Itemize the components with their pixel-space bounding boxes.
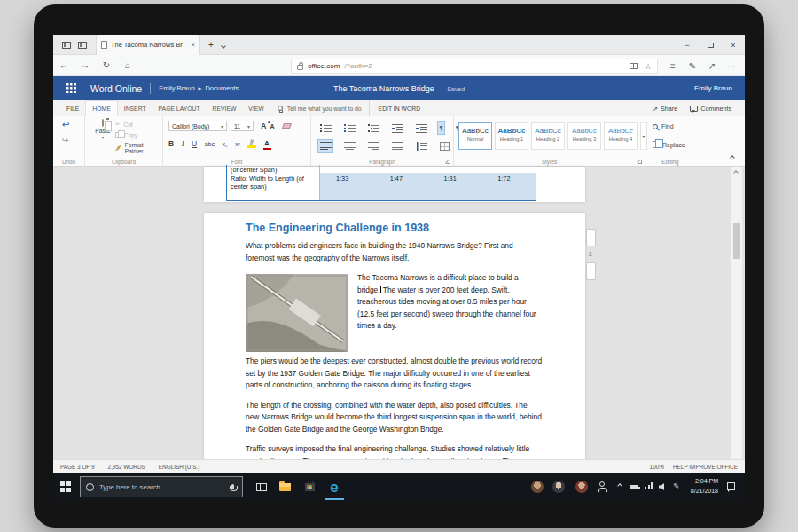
- contact-avatar[interactable]: [552, 481, 565, 493]
- hub-icon[interactable]: ≡: [663, 61, 683, 71]
- store-button[interactable]: [298, 473, 321, 501]
- action-center-icon[interactable]: [727, 482, 735, 490]
- app-launcher-icon[interactable]: [66, 83, 76, 93]
- tab-page-layout[interactable]: PAGE LAYOUT: [153, 100, 207, 116]
- find-button[interactable]: Find: [653, 123, 674, 129]
- clear-formatting-icon[interactable]: [281, 123, 291, 129]
- taskbar-search-box[interactable]: Type here to search: [80, 476, 243, 497]
- cut-button[interactable]: ✂ Cut: [115, 121, 162, 128]
- home-icon[interactable]: ⌂: [117, 60, 138, 70]
- edge-button[interactable]: e: [323, 473, 346, 501]
- replace-button[interactable]: Replace: [653, 141, 685, 148]
- contact-avatar[interactable]: [575, 481, 588, 493]
- style-heading-4[interactable]: AaBbCc Heading 4: [604, 122, 638, 150]
- set-aside-tabs-icon[interactable]: [62, 42, 71, 49]
- section-heading[interactable]: The Engineering Challenge in 1938: [246, 222, 543, 234]
- paragraph-piers[interactable]: The piers would be the deepest ever cons…: [246, 356, 543, 392]
- numbering-button[interactable]: [341, 121, 357, 135]
- url-field[interactable]: office.com /?auth=2 ☆: [291, 59, 658, 74]
- window-minimize-button[interactable]: −: [676, 41, 699, 50]
- font-size-dropdown[interactable]: 11 ▾: [231, 121, 254, 131]
- document-page[interactable]: The Engineering Challenge in 1938 What p…: [204, 213, 585, 459]
- account-name[interactable]: Emily Braun: [694, 84, 732, 92]
- bold-button[interactable]: B: [168, 139, 174, 148]
- undo-icon[interactable]: ↩: [62, 120, 69, 129]
- app-name[interactable]: Word Online: [90, 83, 142, 94]
- reading-view-icon[interactable]: [630, 63, 638, 69]
- paste-dropdown-icon[interactable]: ▾: [101, 135, 104, 140]
- edit-in-word-button[interactable]: EDIT IN WORD: [369, 100, 429, 116]
- scrollbar-thumb[interactable]: [733, 223, 740, 259]
- forward-icon[interactable]: →: [74, 60, 96, 70]
- style-heading-1[interactable]: AaBbCc Heading 1: [495, 122, 528, 150]
- network-icon[interactable]: [645, 482, 653, 489]
- table-cell[interactable]: 1:33: [320, 175, 374, 183]
- contact-avatar[interactable]: [531, 481, 544, 493]
- refresh-icon[interactable]: ↻: [96, 60, 117, 70]
- comments-button[interactable]: Comments: [685, 103, 736, 114]
- file-explorer-button[interactable]: [273, 473, 296, 501]
- table-label-cell[interactable]: (of center Span) Ratio: Width to Length …: [227, 165, 320, 200]
- tray-overflow-chevron-icon[interactable]: [617, 483, 622, 489]
- paragraph-length[interactable]: The length of the crossing, combined wit…: [246, 400, 543, 436]
- collapse-ribbon-icon[interactable]: [731, 154, 734, 160]
- browser-tab[interactable]: The Tacoma Narrows Br ×: [96, 35, 200, 55]
- style-heading-3[interactable]: AaBbCc Heading 3: [567, 122, 601, 150]
- grow-font-button[interactable]: A▴: [261, 121, 267, 130]
- format-painter-button[interactable]: Format Painter: [115, 142, 162, 154]
- margin-comment-marker[interactable]: [586, 229, 596, 246]
- favorite-star-icon[interactable]: ☆: [645, 62, 652, 71]
- superscript-button[interactable]: x²: [235, 141, 240, 147]
- font-name-dropdown[interactable]: Calibri (Body) ▾: [168, 121, 227, 131]
- help-improve-office[interactable]: HELP IMPROVE OFFICE: [673, 464, 738, 470]
- redo-icon[interactable]: ↪: [62, 136, 69, 145]
- tab-preview-icon[interactable]: [78, 42, 87, 49]
- multilevel-list-button[interactable]: [365, 121, 381, 135]
- taskbar-clock[interactable]: 2:04 PM 8/21/2018: [683, 476, 718, 496]
- speaker-icon[interactable]: [659, 483, 666, 490]
- decrease-indent-button[interactable]: [389, 121, 405, 135]
- line-spacing-button[interactable]: [413, 139, 429, 153]
- style-normal[interactable]: AaBbCc Normal: [458, 122, 492, 150]
- margin-comment-marker[interactable]: [586, 262, 596, 280]
- back-icon[interactable]: ←: [53, 60, 74, 70]
- start-button[interactable]: [53, 473, 78, 501]
- document-table[interactable]: (of center Span) Ratio: Width to Length …: [226, 165, 536, 201]
- tab-review[interactable]: REVIEW: [207, 100, 243, 116]
- table-cell[interactable]: 1:47: [374, 175, 428, 183]
- paragraph-dialog-launcher-icon[interactable]: [446, 160, 450, 164]
- ink-notes-icon[interactable]: ✎: [683, 61, 702, 71]
- paste-button[interactable]: Paste ▾: [91, 120, 114, 140]
- strikethrough-button[interactable]: abc: [205, 141, 215, 147]
- language-indicator[interactable]: ENGLISH (U.S.): [159, 464, 200, 470]
- text-highlight-icon[interactable]: [247, 139, 256, 148]
- page-indicator[interactable]: PAGE 3 OF 9: [60, 464, 95, 470]
- share-icon[interactable]: ↗: [702, 61, 722, 71]
- pen-icon[interactable]: ✎: [673, 481, 679, 490]
- paragraph-intro[interactable]: What problems did engineers face in buil…: [246, 240, 543, 264]
- align-left-button[interactable]: [317, 139, 333, 153]
- task-view-button[interactable]: [250, 473, 273, 501]
- share-button[interactable]: ↗ Share: [648, 103, 682, 114]
- scroll-up-icon[interactable]: [733, 170, 739, 176]
- justify-button[interactable]: [389, 139, 405, 153]
- align-center-button[interactable]: [341, 139, 357, 153]
- increase-indent-button[interactable]: [413, 121, 429, 135]
- microphone-icon[interactable]: [231, 484, 234, 489]
- people-icon[interactable]: [599, 481, 605, 487]
- vertical-scrollbar[interactable]: [730, 167, 742, 459]
- zoom-level[interactable]: 100%: [650, 464, 664, 470]
- tab-close-icon[interactable]: ×: [191, 41, 195, 49]
- font-color-icon[interactable]: A: [264, 140, 270, 147]
- tab-home[interactable]: HOME: [85, 100, 117, 116]
- ltr-direction-button[interactable]: ¶: [437, 121, 445, 135]
- breadcrumb-user[interactable]: Emily Braun: [159, 84, 194, 92]
- shrink-font-button[interactable]: A: [270, 123, 275, 129]
- bridge-photo[interactable]: [246, 274, 348, 352]
- table-values-area[interactable]: 1:33 1:47 1:31 1:72: [320, 165, 536, 200]
- document-title[interactable]: The Tacoma Narrows Bridge: [333, 84, 434, 93]
- style-heading-2[interactable]: AaBbCc Heading 2: [531, 122, 565, 150]
- underline-button[interactable]: U: [192, 139, 197, 148]
- table-cell[interactable]: 1:72: [481, 175, 536, 183]
- tab-insert[interactable]: INSERT: [118, 100, 153, 116]
